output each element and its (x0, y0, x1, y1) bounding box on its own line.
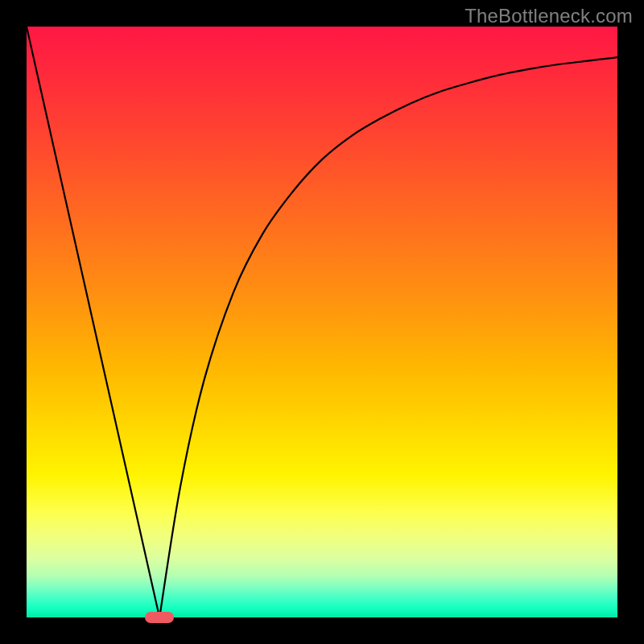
plot-area (27, 27, 617, 617)
bottleneck-curve (27, 27, 617, 617)
watermark-label: TheBottleneck.com (464, 5, 633, 27)
minimum-marker (145, 612, 175, 623)
curve-path (27, 27, 617, 617)
chart-frame: TheBottleneck.com (0, 0, 644, 644)
